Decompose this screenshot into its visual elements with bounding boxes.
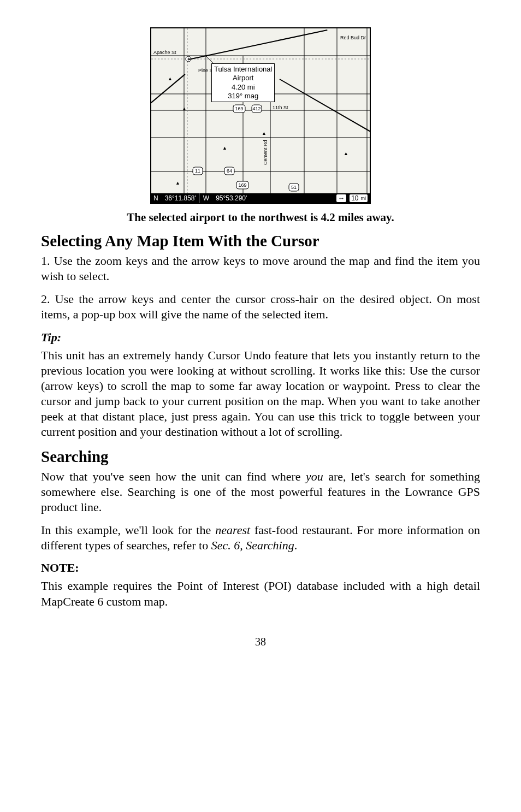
page-number: 38 [41,636,480,648]
step-1-text: 1. Use the zoom keys and the arrow keys … [41,253,480,284]
map-grid: 169 169 64 11 51 412 Apache St 11th St [151,28,370,203]
scale-indicator: 10mi [350,194,368,202]
popup-bearing: 319° mag [214,92,272,100]
longitude-value: 95°53.290' [216,194,247,202]
svg-text:169: 169 [238,182,246,188]
note-label: NOTE: [41,561,480,575]
svg-text:▲: ▲ [222,145,227,151]
svg-text:▲: ▲ [344,151,348,156]
popup-subtitle: Airport [214,74,272,82]
tip-label: Tip: [41,330,480,345]
pan-arrow-icon: ↔ [336,194,346,202]
svg-text:11: 11 [195,168,200,174]
document-page: 169 169 64 11 51 412 Apache St 11th St [0,0,521,670]
svg-text:▲: ▲ [168,76,173,81]
figure-caption: The selected airport to the northwest is… [41,211,480,224]
popup-distance: 4.20 mi [214,83,272,92]
searching-para-2: In this example, we'll look for the near… [41,523,480,553]
note-body: This example requires the Point of Inter… [41,578,480,609]
lat-hemisphere: N [153,194,158,202]
heading-searching: Searching [41,448,480,466]
svg-text:11th St: 11th St [273,105,288,110]
map-status-bar: N 36°11.858' W 95°53.290' ↔ 10mi [151,193,370,203]
svg-text:64: 64 [227,168,232,174]
latitude-value: 36°11.858' [165,194,196,202]
svg-text:Red Bud Dr: Red Bud Dr [340,35,366,40]
svg-text:▲: ▲ [182,106,187,111]
map-info-popup: Tulsa International Airport 4.20 mi 319°… [211,63,275,102]
svg-text:▲: ▲ [175,180,180,186]
searching-para-1: Now that you've seen how the unit can fi… [41,469,480,515]
svg-text:▲: ▲ [262,131,267,136]
map-screenshot: 169 169 64 11 51 412 Apache St 11th St [150,27,371,204]
svg-text:51: 51 [291,185,297,190]
figure-container: 169 169 64 11 51 412 Apache St 11th St [41,27,480,206]
svg-text:412: 412 [252,106,260,111]
svg-text:Apache St: Apache St [153,50,176,55]
svg-text:Cement Rd: Cement Rd [263,140,268,165]
popup-title: Tulsa International [214,65,272,74]
lon-hemisphere: W [203,194,209,202]
svg-text:169: 169 [235,106,243,111]
tip-body: This unit has an extremely handy Cursor … [41,348,480,440]
heading-selecting-map-item: Selecting Any Map Item With the Cursor [41,232,480,250]
step-2-text: 2. Use the arrow keys and center the cur… [41,292,480,322]
